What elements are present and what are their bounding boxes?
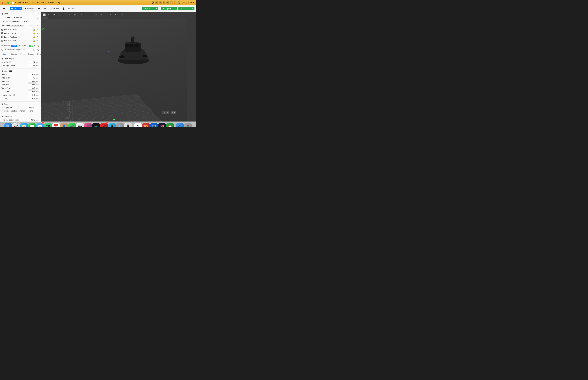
filament-2-edit-icon[interactable]: ✎: [36, 32, 39, 35]
menu-help[interactable]: Help: [57, 2, 60, 4]
filament-3-lock-icon[interactable]: 🔒: [33, 36, 36, 38]
dock-news[interactable]: 🗞 1: [100, 123, 108, 127]
vp-scale-btn[interactable]: ⤡: [89, 13, 93, 17]
precision-header[interactable]: Precision: [1, 115, 39, 118]
dock-vscode[interactable]: 💻: [150, 123, 158, 127]
preset-search-button[interactable]: 🔍: [36, 48, 39, 51]
upload-button[interactable]: Upload: [142, 7, 155, 10]
dock-mail[interactable]: ✉️ 36: [36, 123, 44, 127]
tab-quality[interactable]: Quality: [1, 52, 10, 56]
default-input[interactable]: [28, 73, 36, 76]
objects-option[interactable]: Objects: [17, 45, 20, 47]
tab-speed[interactable]: Speed: [19, 52, 27, 56]
calibration-tab[interactable]: Calibration: [61, 7, 76, 10]
slice-plate-button[interactable]: Slice plate: [161, 7, 173, 10]
inner-wall-input[interactable]: [28, 83, 36, 86]
vp-slice-view-btn[interactable]: ⬛: [57, 13, 61, 17]
slice-dropdown-button[interactable]: ▾: [173, 7, 177, 10]
layer-height-input[interactable]: [28, 61, 36, 63]
vp-rotate-btn[interactable]: ↻: [84, 13, 89, 17]
add-filament-button[interactable]: ＋: [29, 24, 32, 27]
advanced-switch[interactable]: [29, 45, 33, 47]
menu-edit[interactable]: Edit: [36, 2, 39, 4]
dock-appstore[interactable]: 📱: [108, 123, 116, 127]
printer-icon-btn[interactable]: 🖨: [162, 111, 166, 114]
print-dropdown-button[interactable]: ▾: [191, 7, 194, 10]
filament-3-edit-icon[interactable]: ✎: [36, 36, 39, 38]
dock-music[interactable]: 🎵: [84, 123, 92, 127]
line-width-header[interactable]: Line width: [1, 70, 39, 73]
dock-iphone[interactable]: 📱: [124, 123, 132, 127]
dock-bambu[interactable]: 🏠: [166, 123, 174, 127]
prepare-tab[interactable]: Prepare: [10, 7, 22, 10]
dock-maps[interactable]: 🗺: [44, 123, 52, 127]
dock-messages[interactable]: 💬: [28, 123, 36, 127]
tab-others[interactable]: Others: [36, 52, 41, 56]
scarf-joint-dropdown[interactable]: None: [28, 110, 39, 112]
seam-header[interactable]: Seam: [1, 103, 39, 106]
dock-tv[interactable]: 📺: [92, 123, 100, 127]
nozzle-edit-icon[interactable]: [37, 17, 39, 19]
menu-view[interactable]: View: [41, 2, 45, 4]
seam-position-dropdown[interactable]: Aligned: [28, 106, 39, 109]
process-search-icon[interactable]: 🔍: [37, 44, 39, 47]
print-plate-button[interactable]: Print plate: [178, 7, 191, 10]
filament-spool-icon-btn[interactable]: ⊕: [166, 111, 170, 114]
vp-seam-btn[interactable]: ◈: [109, 13, 113, 17]
vp-circle-btn[interactable]: ○: [63, 13, 68, 17]
top-surface-input[interactable]: [28, 87, 36, 90]
vp-grid-btn[interactable]: ⊞: [47, 13, 51, 17]
upload-dropdown-button[interactable]: ▾: [155, 7, 158, 10]
menu-file[interactable]: File: [31, 2, 34, 4]
menu-window[interactable]: Window: [48, 2, 54, 4]
plate-type-value[interactable]: Cool Plate / PLA Plate: [9, 20, 29, 22]
vp-more-btn[interactable]: ⋯: [120, 13, 124, 17]
project-tab[interactable]: Project: [49, 7, 60, 10]
layer-height-header[interactable]: Layer height: [1, 57, 39, 60]
maximize-button[interactable]: [7, 2, 9, 3]
process-compare-icon[interactable]: ≡: [34, 44, 36, 47]
dock-files[interactable]: 🗂: [176, 123, 184, 127]
device-tab[interactable]: Device: [36, 7, 48, 10]
vp-paint-btn[interactable]: 🖌: [99, 13, 103, 17]
filament-minus-button[interactable]: －: [32, 24, 36, 27]
vp-orient-btn[interactable]: ⟳: [52, 13, 56, 17]
support-input[interactable]: [28, 97, 36, 100]
dock-facetime[interactable]: 📹: [68, 123, 76, 127]
flushing-volumes-badge[interactable]: Flushing volumes: [10, 25, 24, 27]
vp-cut-btn[interactable]: ✂: [94, 13, 98, 17]
sparse-infill-input[interactable]: [28, 90, 36, 93]
vp-obj-settings-btn[interactable]: ⚙: [114, 13, 118, 17]
minimize-button[interactable]: [5, 2, 6, 3]
dock-finder[interactable]: 🔍: [4, 123, 12, 127]
vp-box-select-btn[interactable]: ⬜: [42, 13, 46, 17]
vp-support-btn[interactable]: ↓: [104, 13, 108, 17]
tab-support[interactable]: Support: [27, 52, 36, 56]
filament-2-lock-icon[interactable]: 🔒: [33, 32, 36, 35]
vp-align-btn[interactable]: ⊟: [73, 13, 77, 17]
outer-wall-input[interactable]: [28, 80, 36, 83]
model-benchy[interactable]: [114, 35, 153, 66]
initial-layer-height-input[interactable]: [28, 64, 36, 67]
dock-trash[interactable]: 🗑: [184, 123, 192, 127]
line-initial-layer-input[interactable]: [28, 77, 36, 79]
preset-compare-button[interactable]: ⊕: [32, 48, 35, 51]
3d-viewport[interactable]: ⬜ ⊞ ⟳ ⬛ ○ ⊕ ⊟ ✛ ↻ ⤡ ✂ 🖌 ↓ ◈ ⚙ ⋯ ✏: [41, 12, 196, 121]
vp-arrange-btn[interactable]: ⊕: [68, 13, 72, 17]
search-icon[interactable]: 🔍: [178, 1, 180, 4]
close-button[interactable]: [2, 2, 3, 3]
filament-4-edit-icon[interactable]: ✎: [36, 39, 39, 42]
tab-strength[interactable]: Strength: [10, 52, 19, 56]
dock-acorn[interactable]: 🎨: [142, 123, 150, 127]
filament-1-lock-icon[interactable]: 🔒: [33, 28, 36, 31]
viewport-3d-scene[interactable]: ✏ Bambu Cool Plate: [41, 19, 187, 121]
preset-field[interactable]: 0.20mm Standard @BBL P1P: [4, 48, 31, 51]
dock-gitkraken[interactable]: 🐙: [158, 123, 166, 127]
filament-4-lock-icon[interactable]: 🔒: [33, 39, 36, 42]
internal-solid-input[interactable]: [28, 94, 36, 96]
global-objects-toggle[interactable]: Global Objects: [11, 45, 20, 47]
printer-settings-icon[interactable]: [37, 13, 39, 15]
dock-notion[interactable]: N: [134, 123, 142, 127]
dock-systemprefs[interactable]: ⚙️: [116, 123, 124, 127]
dock-photos[interactable]: 📷: [76, 123, 84, 127]
